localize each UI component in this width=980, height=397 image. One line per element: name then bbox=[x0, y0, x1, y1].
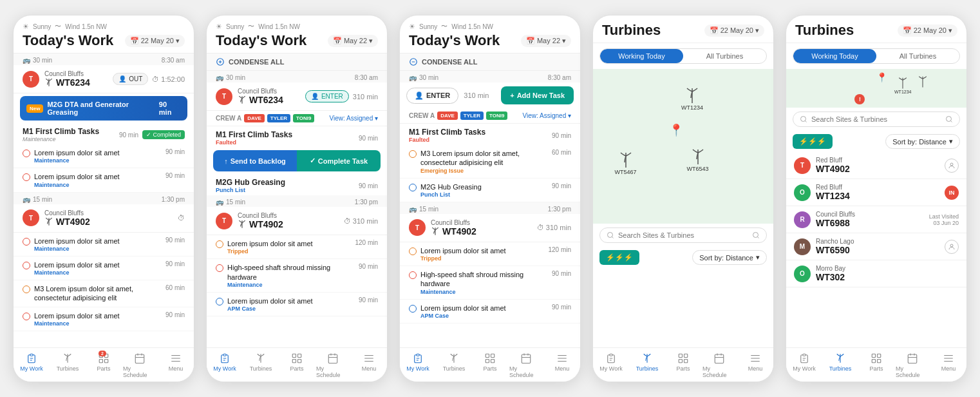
nav-menu-3[interactable]: Menu bbox=[544, 348, 580, 382]
nav-schedule-2[interactable]: My Schedule bbox=[315, 348, 351, 382]
nav-turbines-5[interactable]: Turbines bbox=[822, 348, 858, 382]
bus-icon4: 🚌 bbox=[216, 198, 223, 206]
nav-menu-label-4: Menu bbox=[748, 365, 763, 372]
phone3-enter-mins: 310 min bbox=[464, 92, 489, 99]
phone4-date[interactable]: 📅 22 May 20 ▾ bbox=[704, 24, 764, 37]
nav-my-work-5[interactable]: My Work bbox=[786, 348, 822, 382]
phone3-task1-mins: 60 min bbox=[552, 149, 571, 156]
phone3-task2[interactable]: M2G Hub Greasing Punch List 90 min bbox=[400, 179, 580, 202]
phone3-task5-mins: 90 min bbox=[552, 304, 571, 311]
phone2-task2[interactable]: High-speed shaft shroud missing hardware… bbox=[207, 259, 387, 293]
nav-menu-4[interactable]: Menu bbox=[737, 348, 773, 382]
nav-my-work-1[interactable]: My Work bbox=[14, 348, 50, 382]
phone5-list-item-1[interactable]: T Red Bluff WT4902 bbox=[786, 152, 966, 179]
phone2-backlog-btn[interactable]: ↑ Send to Backlog bbox=[213, 150, 297, 171]
phone4-search-input[interactable] bbox=[618, 231, 748, 239]
nav-schedule-3[interactable]: My Schedule bbox=[508, 348, 544, 382]
phone5-list-item-3[interactable]: R Council Bluffs WT6988 Last Visited03 J… bbox=[786, 206, 966, 233]
nav-turbines-1[interactable]: Turbines bbox=[50, 348, 86, 382]
nav-parts-1[interactable]: 2 Parts bbox=[86, 348, 122, 382]
phone3-condense-bar[interactable]: CONDENSE ALL bbox=[400, 53, 580, 71]
phone2-condense-bar[interactable]: CONDENSE ALL bbox=[207, 53, 387, 71]
phone2-complete-btn[interactable]: ✓ Complete Task bbox=[297, 150, 381, 171]
phone1-task2[interactable]: Lorem ipsum dolor sit amet Maintenance 9… bbox=[14, 168, 194, 192]
phone3-turbine2[interactable]: T Council Bluffs WT4902 ⏱ 310 min bbox=[400, 214, 580, 242]
phone2-turbine2[interactable]: T Council Bluffs WT4902 ⏱ 310 min bbox=[207, 207, 387, 235]
phone3-add-task-btn[interactable]: + Add New Task bbox=[501, 86, 574, 104]
phone2-condense-text: CONDENSE ALL bbox=[229, 58, 284, 66]
phone2-crew-view[interactable]: View: Assigned ▾ bbox=[330, 115, 378, 122]
phone1-out-btn[interactable]: 👤 OUT bbox=[113, 73, 148, 85]
phone5-tab-all[interactable]: All Turbines bbox=[876, 49, 959, 63]
phone4-date-text: 22 May 20 bbox=[721, 26, 753, 34]
nav-my-work-4[interactable]: My Work bbox=[593, 348, 629, 382]
phone1-task1-mins: 90 min bbox=[165, 148, 185, 155]
chevron-icon: ▾ bbox=[176, 37, 180, 45]
phone4-sort-select[interactable]: Sort by: Distance ▾ bbox=[692, 250, 767, 265]
phone3-task1[interactable]: M3 Lorem ipsum dolor sit amet, consectet… bbox=[400, 145, 580, 179]
phone4-tab-working[interactable]: Working Today bbox=[600, 49, 683, 63]
phone1-task6[interactable]: Lorem ipsum dolor sit amet Maintenance 9… bbox=[14, 307, 194, 331]
nav-parts-3[interactable]: Parts bbox=[472, 348, 508, 382]
nav-my-work-label-1: My Work bbox=[20, 365, 42, 372]
phone2-task3[interactable]: Lorem ipsum dolor sit amet APM Case 90 m… bbox=[207, 293, 387, 316]
nav-turbines-2[interactable]: Turbines bbox=[243, 348, 279, 382]
phone1-alert[interactable]: New M2G DTA and Generator Greasing 90 mi… bbox=[20, 96, 187, 121]
phone5-date[interactable]: 📅 22 May 20 ▾ bbox=[898, 24, 957, 37]
phone2-enter-btn[interactable]: 👤 ENTER bbox=[305, 90, 349, 102]
phone5-list-item-5[interactable]: O Morro Bay WT302 bbox=[786, 260, 966, 287]
schedule-nav-icon3 bbox=[520, 353, 532, 364]
sun-icon2: ☀ bbox=[216, 23, 222, 31]
phone1-task5[interactable]: M3 Lorem ipsum dolor sit amet, consectet… bbox=[14, 280, 194, 307]
map-turbine-icon-2 bbox=[619, 150, 632, 169]
nav-schedule-1[interactable]: My Schedule bbox=[122, 348, 158, 382]
phone5-sort-btn[interactable]: ⚡⚡⚡ bbox=[793, 134, 833, 149]
phone3-task3[interactable]: Lorem ipsum dolor sit amet Tripped 120 m… bbox=[400, 242, 580, 266]
phone1-date[interactable]: 📅 22 May 20 ▾ bbox=[125, 35, 185, 47]
phone3-task5[interactable]: Lorem ipsum dolor sit amet APM Case 90 m… bbox=[400, 300, 580, 324]
phone4-tab-all[interactable]: All Turbines bbox=[683, 49, 766, 63]
phone1-turbine1[interactable]: T Council Bluffs WT6234 👤 OUT bbox=[14, 65, 194, 93]
task-icon-p3-2 bbox=[409, 184, 417, 191]
phone2-task3-mins: 90 min bbox=[359, 296, 378, 304]
nav-parts-2[interactable]: Parts bbox=[279, 348, 315, 382]
phone3-task4[interactable]: High-speed shaft shroud missing hardware… bbox=[400, 266, 580, 300]
nav-my-work-3[interactable]: My Work bbox=[400, 348, 436, 382]
nav-menu-2[interactable]: Menu bbox=[351, 348, 387, 382]
phone5-list-item-4[interactable]: M Rancho Lago WT6590 bbox=[786, 233, 966, 260]
search-submit-icon-5[interactable] bbox=[945, 115, 953, 123]
map-turbine-wt6543: WT6543 bbox=[687, 146, 709, 172]
phone2-task1[interactable]: Lorem ipsum dolor sit amet Tripped 120 m… bbox=[207, 235, 387, 259]
phone1-turbine2[interactable]: T Council Bluffs WT4902 ⏱ bbox=[14, 204, 194, 233]
phone5-name-4: WT6590 bbox=[816, 245, 854, 255]
phone1-task1[interactable]: Lorem ipsum dolor sit amet Maintenance 9… bbox=[14, 144, 194, 168]
phone5-list-item-2-left: O Red Bluff WT1234 bbox=[794, 184, 850, 201]
nav-menu-label-5: Menu bbox=[941, 365, 956, 372]
nav-schedule-4[interactable]: My Schedule bbox=[701, 348, 737, 382]
phone5-list-item-2[interactable]: O Red Bluff WT1234 IN bbox=[786, 179, 966, 206]
phone2-turbine1[interactable]: T Council Bluffs WT6234 👤 ENTER 310 bbox=[207, 82, 387, 111]
phone3-date[interactable]: 📅 May 22 ▾ bbox=[521, 35, 571, 47]
phone1-task3[interactable]: Lorem ipsum dolor sit amet Maintenance 9… bbox=[14, 233, 194, 257]
phone5-search-input[interactable] bbox=[811, 115, 941, 123]
nav-schedule-5[interactable]: My Schedule bbox=[894, 348, 930, 382]
nav-my-work-2[interactable]: My Work bbox=[207, 348, 243, 382]
phone1-task4[interactable]: Lorem ipsum dolor sit amet Maintenance 9… bbox=[14, 257, 194, 280]
phone3-enter-btn[interactable]: 👤 ENTER bbox=[406, 88, 458, 104]
phone5-sort-select[interactable]: Sort by: Distance ▾ bbox=[885, 134, 960, 149]
nav-parts-5[interactable]: Parts bbox=[858, 348, 894, 382]
phone4-sort-btn[interactable]: ⚡⚡⚡ bbox=[599, 250, 639, 265]
nav-parts-4[interactable]: Parts bbox=[665, 348, 701, 382]
nav-turbines-4[interactable]: Turbines bbox=[629, 348, 665, 382]
nav-menu-5[interactable]: Menu bbox=[930, 348, 966, 382]
nav-menu-1[interactable]: Menu bbox=[158, 348, 194, 382]
phone5-tab-working[interactable]: Working Today bbox=[793, 49, 876, 63]
phone2-date[interactable]: 📅 May 22 ▾ bbox=[328, 35, 378, 47]
nav-turbines-label-1: Turbines bbox=[57, 365, 79, 372]
search-submit-icon-4[interactable] bbox=[752, 231, 760, 239]
schedule-nav-icon bbox=[134, 353, 146, 364]
nav-turbines-3[interactable]: Turbines bbox=[436, 348, 472, 382]
phone5-list-item-5-left: O Morro Bay WT302 bbox=[794, 265, 845, 282]
phone3-crew-view[interactable]: View: Assigned ▾ bbox=[523, 112, 571, 119]
phone1-timer1-val: 1:52:00 bbox=[161, 75, 185, 83]
